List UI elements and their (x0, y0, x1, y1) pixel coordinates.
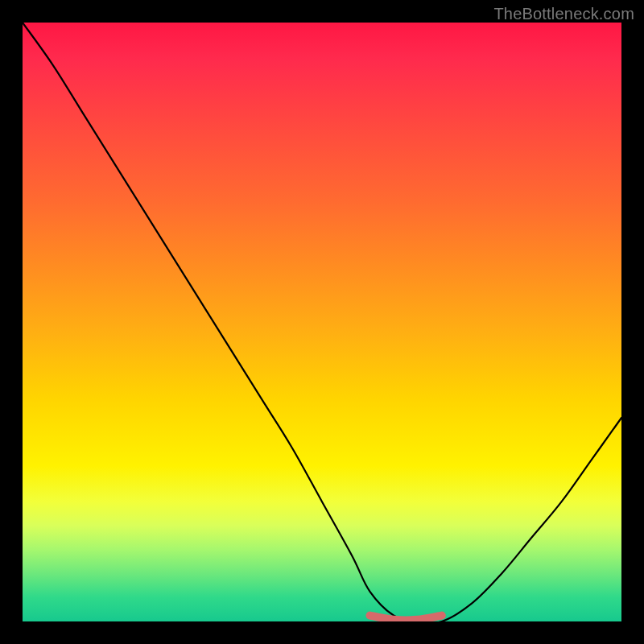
bottleneck-curve (23, 23, 621, 621)
highlight-segment (370, 616, 442, 621)
curve-layer (23, 23, 621, 621)
watermark-text: TheBottleneck.com (493, 5, 634, 23)
plot-area (23, 23, 621, 621)
chart-stage: TheBottleneck.com (0, 0, 644, 644)
